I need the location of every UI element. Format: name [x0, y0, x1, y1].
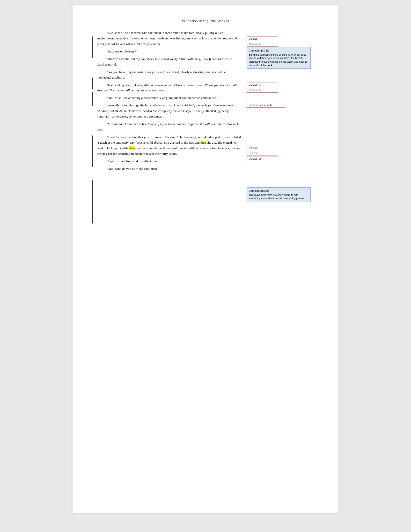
deleted-box-5: Deleted: B — [247, 88, 278, 93]
p8-italic: Maybe if I give her a minimal response s… — [148, 122, 227, 126]
p6-text: "Oh, I wish! I'm attending a conference,… — [106, 96, 218, 100]
revision-bar-3 — [92, 92, 93, 106]
deleted-box-2: Deleted: s — [247, 42, 278, 47]
deleted-value-9: all — [258, 157, 261, 160]
p11-text: "And, what do you do?" she continued. — [106, 167, 158, 171]
deleted-label-2: Deleted: — [249, 43, 258, 46]
revision-bar-5 — [92, 180, 93, 224]
deleted-box-9: Deleted: all — [247, 156, 278, 161]
deleted-box-8: Deleted: — [247, 151, 278, 155]
deleted-box-6: Deleted: deliberately — [247, 103, 285, 108]
paragraph-7: I mentally ticked through the big confer… — [97, 103, 242, 119]
comment-box-cc3: Comment [CC3]: Bring the additional sens… — [247, 47, 311, 69]
comments-area: Deleted: , Deleted: s Comment [CC3]: Bri… — [247, 30, 314, 174]
deleted-label-6: Deleted: — [249, 104, 258, 107]
deleted-label-5: Deleted: — [249, 89, 258, 92]
revision-bar-2 — [92, 77, 93, 89]
deleted-value-1: , — [258, 37, 260, 40]
deleted-box-4: Deleted: A — [247, 82, 278, 87]
deleted-label-7: Deleted: — [249, 146, 258, 149]
paragraph-6: "Oh, I wish! I'm attending a conference,… — [97, 95, 242, 101]
p3-text-2: ll-day — [201, 57, 209, 61]
deleted-value-2: s — [258, 43, 260, 46]
paragraph-2: "Business or pleasure?" — [97, 49, 242, 54]
deleted-value-4: A — [258, 83, 260, 86]
paragraph-3: "Hmm?" I scrutinized my paperback like a… — [97, 56, 242, 67]
text-area: "Excuse me," She sneered. She continued … — [97, 30, 242, 174]
paragraph-9: "It will be very exciting this year! Hum… — [97, 134, 242, 157]
p7-text-1: I mentally ticked through the big confer… — [106, 104, 169, 107]
paragraph-8: "Mm-mmm," I hummed at her. Maybe if I gi… — [97, 121, 242, 133]
deleted-value-5: B — [258, 89, 261, 92]
paragraph-5: "Just heading home," I said, still not l… — [97, 83, 242, 94]
deleted-label-9: Deleted: — [249, 157, 258, 160]
p3-text-1: "Hmm?" I scrutinized my paperback like a… — [106, 57, 199, 61]
p9-then-1: then — [200, 141, 206, 144]
revision-bar-1 — [92, 36, 93, 58]
comment-box-cc4: Comment [CC4]: This movement feels like … — [247, 187, 311, 202]
p5-text-1: "Just heading home," I said, still not l… — [106, 83, 174, 87]
cc4-body: This movement feels like she’s about to … — [249, 193, 308, 200]
p8-text-1: "Mm-mmm," I hummed at her. — [106, 122, 148, 126]
p3-underline2: b — [209, 57, 211, 61]
left-margin — [92, 30, 97, 174]
paragraph-1: "Excuse me," She sneered. She continued … — [97, 30, 242, 47]
deleted-box-7: Deleted: – — [247, 145, 278, 150]
deleted-label-8: Deleted: — [249, 152, 258, 154]
cc3-body: Bring the additional sense of sight here… — [249, 53, 308, 67]
p4-text-1: "Are you travelling on business or pleas… — [106, 70, 179, 74]
cc3-header: Comment [CC3]: — [249, 49, 308, 52]
deleted-box-1: Deleted: , — [247, 36, 278, 41]
p9-then-2: then — [129, 146, 135, 150]
p1-underline: I took another deep breath and was findi… — [130, 37, 221, 40]
deleted-label-4: Deleted: — [249, 83, 258, 86]
p10-text: I kept my face front and my affect blunt… — [106, 159, 159, 163]
main-content: "Excuse me," She sneered. She continued … — [92, 30, 319, 174]
deleted-value-6: deliberately — [258, 104, 272, 107]
document-page: Prudhome/Doing the Work/3 "Excuse me," S… — [73, 5, 338, 513]
page-header: Prudhome/Doing the Work/3 — [92, 19, 319, 23]
paragraph-10: I kept my face front and my affect blunt… — [97, 159, 242, 164]
paragraph-11: "And, what do you do?" she continued. — [97, 166, 242, 172]
p2-text: "Business or pleasure?" — [106, 50, 137, 53]
cc4-header: Comment [CC4]: — [249, 189, 308, 193]
revision-bar-4 — [92, 135, 93, 167]
p1-text-1: "Excuse me, — [106, 31, 123, 35]
p7-the: the — [217, 109, 221, 113]
paragraph-4: "Are you travelling on business or pleas… — [97, 69, 242, 81]
p7-text-2: I usually attended — [192, 109, 217, 113]
header-text: Prudhome/Doing the Work/3 — [182, 19, 229, 23]
deleted-value-7: – — [258, 146, 260, 149]
deleted-label-1: Deleted: — [249, 37, 258, 40]
